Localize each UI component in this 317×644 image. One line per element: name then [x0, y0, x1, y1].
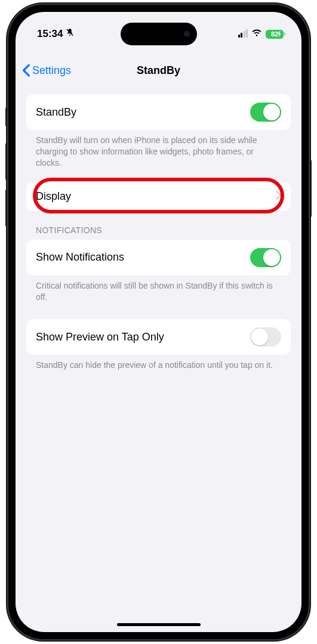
- cellular-icon: [238, 30, 248, 38]
- home-indicator[interactable]: [117, 623, 201, 626]
- screen: 15:34 82 Settings: [16, 12, 301, 632]
- power-button: [309, 160, 312, 217]
- show-notifications-footer: Critical notifications will still be sho…: [26, 275, 291, 303]
- chevron-left-icon: [21, 64, 31, 77]
- status-left: 15:34: [37, 28, 75, 41]
- notifications-section-header: Notifications: [26, 211, 291, 240]
- content: StandBy StandBy will turn on when iPhone…: [16, 94, 301, 632]
- show-preview-toggle[interactable]: [250, 327, 281, 346]
- show-preview-label: Show Preview on Tap Only: [36, 331, 164, 343]
- wifi-icon: [251, 29, 262, 39]
- show-notifications-toggle[interactable]: [250, 248, 281, 267]
- dynamic-island: [121, 23, 197, 45]
- show-preview-footer: StandBy can hide the preview of a notifi…: [26, 355, 291, 371]
- page-title: StandBy: [137, 64, 180, 77]
- standby-label: StandBy: [36, 106, 76, 119]
- display-row[interactable]: Display: [26, 182, 291, 211]
- standby-footer: StandBy will turn on when iPhone is plac…: [26, 130, 291, 169]
- battery-icon: 82: [266, 30, 284, 39]
- silent-icon: [65, 28, 75, 41]
- standby-row[interactable]: StandBy: [26, 94, 291, 130]
- status-right: 82: [238, 29, 284, 39]
- phone-frame: 15:34 82 Settings: [8, 5, 309, 639]
- navigation-bar: Settings StandBy: [16, 57, 301, 83]
- display-label: Display: [36, 190, 71, 203]
- show-notifications-row[interactable]: Show Notifications: [26, 240, 291, 275]
- status-time: 15:34: [37, 28, 63, 40]
- standby-toggle[interactable]: [250, 103, 281, 122]
- back-button[interactable]: Settings: [21, 64, 71, 77]
- show-preview-row[interactable]: Show Preview on Tap Only: [26, 319, 291, 355]
- show-notifications-label: Show Notifications: [36, 251, 124, 264]
- back-label: Settings: [32, 64, 71, 77]
- chevron-right-icon: [276, 190, 281, 203]
